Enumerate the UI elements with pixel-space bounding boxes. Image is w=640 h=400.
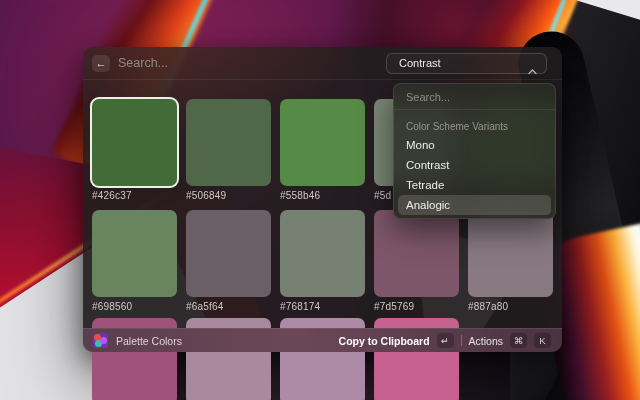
search-input[interactable]: Search... bbox=[118, 47, 168, 80]
swatch-cell[interactable]: #506849 bbox=[186, 99, 271, 201]
swatch-hex-label: #6a5f64 bbox=[186, 301, 271, 312]
panel-item-tetrade[interactable]: Tetrade bbox=[398, 175, 551, 195]
swatch-cell[interactable]: #698560 bbox=[92, 210, 177, 312]
palette-colors-app-icon bbox=[93, 333, 108, 348]
panel-item-analogic[interactable]: Analogic bbox=[398, 195, 551, 215]
scheme-dropdown-value: Contrast bbox=[399, 54, 441, 73]
swatch[interactable] bbox=[280, 99, 365, 186]
footer-actions: Copy to Clipboard ↵ Actions ⌘ K bbox=[339, 333, 562, 348]
swatch-hex-label: #887a80 bbox=[468, 301, 553, 312]
swatch-cell[interactable]: #887a80 bbox=[468, 210, 553, 312]
cmd-key-icon: ⌘ bbox=[510, 333, 527, 348]
swatch-cell[interactable]: #426c37 bbox=[92, 99, 177, 201]
return-key-icon: ↵ bbox=[437, 333, 454, 348]
swatch-cell[interactable]: #558b46 bbox=[280, 99, 365, 201]
icon-dot-violet bbox=[100, 337, 107, 344]
swatch-hex-label: #506849 bbox=[186, 190, 271, 201]
panel-item-mono[interactable]: Mono bbox=[398, 135, 551, 155]
swatch[interactable] bbox=[186, 99, 271, 186]
swatch[interactable] bbox=[468, 210, 553, 297]
swatch-row-2: #698560#6a5f64#768174#7d5769#887a80 bbox=[92, 210, 553, 312]
swatch-cell[interactable]: #6a5f64 bbox=[186, 210, 271, 312]
panel-item-list: MonoContrastTetradeAnalogic bbox=[394, 135, 555, 215]
panel-search-input[interactable]: Search... bbox=[394, 84, 555, 110]
swatch[interactable] bbox=[92, 210, 177, 297]
swatch[interactable] bbox=[374, 210, 459, 297]
header-bar: ← Search... Contrast bbox=[83, 47, 562, 80]
scheme-dropdown-panel: Search... Color Scheme Variants MonoCont… bbox=[393, 83, 556, 219]
swatch-hex-label: #426c37 bbox=[92, 190, 177, 201]
footer-divider bbox=[461, 335, 462, 346]
swatch-hex-label: #698560 bbox=[92, 301, 177, 312]
swatch[interactable] bbox=[280, 210, 365, 297]
scheme-dropdown-button[interactable]: Contrast bbox=[386, 53, 547, 74]
copy-to-clipboard-button[interactable]: Copy to Clipboard bbox=[339, 335, 430, 347]
swatch-hex-label: #7d5769 bbox=[374, 301, 459, 312]
swatch-hex-label: #558b46 bbox=[280, 190, 365, 201]
chevron-up-icon bbox=[528, 61, 537, 79]
swatch-hex-label: #768174 bbox=[280, 301, 365, 312]
back-button[interactable]: ← bbox=[92, 55, 110, 72]
app-name-label: Palette Colors bbox=[116, 335, 182, 347]
palette-window: ← Search... Contrast #426c37#506849#558b… bbox=[83, 47, 562, 352]
actions-button[interactable]: Actions bbox=[469, 335, 503, 347]
panel-section-title: Color Scheme Variants bbox=[406, 119, 555, 135]
swatch-selected[interactable] bbox=[92, 99, 177, 186]
swatch[interactable] bbox=[186, 210, 271, 297]
panel-item-contrast[interactable]: Contrast bbox=[398, 155, 551, 175]
swatch-cell[interactable]: #768174 bbox=[280, 210, 365, 312]
footer-bar: Palette Colors Copy to Clipboard ↵ Actio… bbox=[83, 328, 562, 352]
k-key-icon: K bbox=[534, 333, 551, 348]
screen: ← Search... Contrast #426c37#506849#558b… bbox=[0, 0, 640, 400]
swatch-cell[interactable]: #7d5769 bbox=[374, 210, 459, 312]
